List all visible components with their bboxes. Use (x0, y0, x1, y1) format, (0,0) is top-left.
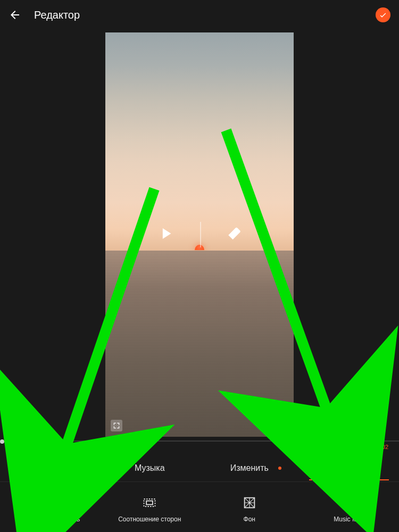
time-end: 00:02 (373, 444, 388, 450)
timeline-handle[interactable] (0, 439, 4, 444)
eraser-button[interactable] (227, 226, 243, 244)
tab-label: Изменить (230, 463, 269, 472)
tab-label: Тема (40, 463, 60, 472)
divider (201, 222, 201, 247)
play-icon (157, 225, 175, 243)
center-controls (157, 222, 243, 247)
play-button[interactable] (157, 225, 175, 245)
tab-label: Музыка (135, 463, 165, 472)
tool-aspect-ratio[interactable]: Соотношение сторон (100, 495, 200, 523)
background-icon (242, 495, 257, 510)
tab-settings[interactable]: Настройки (300, 463, 400, 473)
tab-edit[interactable]: Изменить (200, 463, 300, 473)
tool-label: Соотношение сторон (118, 516, 181, 523)
tab-theme[interactable]: Тема (0, 463, 100, 473)
back-button[interactable] (9, 9, 21, 21)
aspect-ratio-icon (142, 495, 157, 510)
check-icon (379, 11, 387, 19)
music-fade-icon (342, 495, 356, 510)
preview-sky (105, 32, 294, 251)
svg-point-4 (344, 497, 355, 509)
tool-label: Продолжительность (20, 516, 80, 523)
page-title: Редактор (34, 9, 376, 21)
svg-rect-2 (146, 501, 153, 505)
expand-icon (113, 422, 120, 429)
tool-background[interactable]: Фон (200, 495, 300, 523)
video-frame[interactable] (105, 32, 294, 437)
clock-icon (43, 495, 57, 510)
indicator-dot-icon (278, 467, 281, 470)
back-arrow-icon (9, 9, 21, 21)
expand-button[interactable] (111, 420, 122, 431)
confirm-button[interactable] (376, 7, 390, 22)
preview-area (0, 30, 399, 439)
time-start: 00:00 (11, 444, 26, 450)
tool-music-fade[interactable]: Music fade (300, 495, 400, 523)
tab-bar: Тема Музыка Изменить Настройки (0, 454, 399, 482)
timeline[interactable]: 00:00 00:02 (0, 439, 399, 454)
tool-label: Music fade (334, 516, 364, 523)
tool-label: Фон (244, 516, 255, 523)
timeline-track[interactable] (0, 440, 399, 442)
preview-sea (105, 251, 294, 437)
tool-row: Продолжительность Соотношение сторон Фон… (0, 482, 399, 532)
eraser-icon (227, 226, 243, 242)
svg-rect-1 (144, 499, 155, 506)
tab-label: Настройки (328, 463, 370, 472)
header: Редактор (0, 0, 399, 30)
tab-music[interactable]: Музыка (100, 463, 200, 473)
tool-duration[interactable]: Продолжительность (0, 495, 100, 523)
